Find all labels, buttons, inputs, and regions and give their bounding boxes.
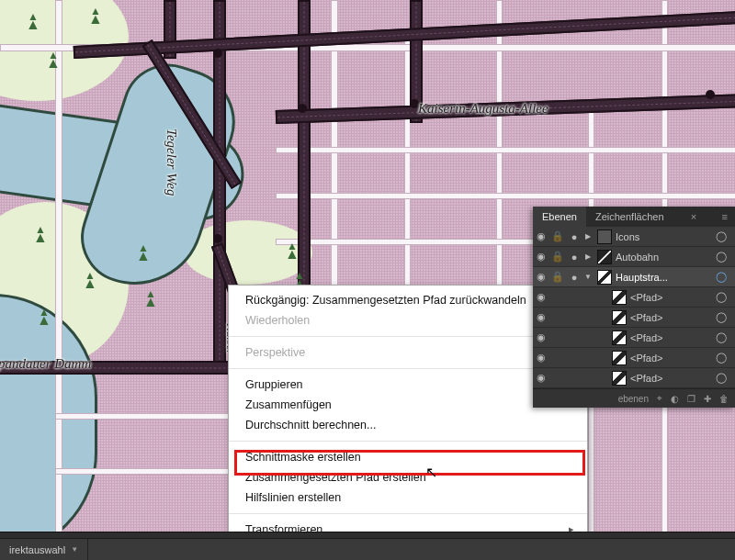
lock-icon[interactable]: 🔒 <box>549 271 566 283</box>
target-icon[interactable]: ◯ <box>713 372 729 384</box>
anchor-point[interactable] <box>213 49 222 58</box>
make-clipping-mask-icon[interactable]: ◐ <box>671 394 679 404</box>
tree-icon <box>37 312 50 329</box>
layer-name[interactable]: Icons <box>616 231 713 242</box>
lock-icon[interactable]: 🔒 <box>549 230 566 242</box>
layer-name[interactable]: <Pfad> <box>630 312 713 323</box>
layer-row[interactable]: ◉🔒●▶Autobahn◯ <box>533 247 735 267</box>
disclosure-icon[interactable]: ● <box>566 231 582 242</box>
layer-row[interactable]: ◉🔒●▼Hauptstra...◯ <box>533 267 735 287</box>
tab-artboards[interactable]: Zeichenflächen <box>586 207 673 227</box>
visibility-icon[interactable]: ◉ <box>533 352 549 364</box>
layer-name[interactable]: <Pfad> <box>630 292 713 303</box>
new-sublayer-icon[interactable]: ❐ <box>687 394 695 404</box>
visibility-icon[interactable]: ◉ <box>533 271 549 283</box>
menu-guides[interactable]: Hilfslinien erstellen <box>229 487 587 508</box>
layer-row[interactable]: ◉●<Pfad>◯ <box>533 348 735 368</box>
anchor-point[interactable] <box>213 234 222 243</box>
visibility-icon[interactable]: ◉ <box>533 331 549 343</box>
panel-menu-icon[interactable]: ≡ <box>715 207 735 227</box>
status-tool[interactable]: irektauswahl ▼ <box>0 539 88 560</box>
visibility-icon[interactable]: ◉ <box>533 291 549 303</box>
menu-average[interactable]: Durchschnitt berechnen... <box>229 415 587 435</box>
tree-icon <box>143 294 156 310</box>
layer-thumbnail <box>612 330 627 345</box>
tree-icon <box>83 275 96 292</box>
minor-road <box>276 193 735 199</box>
layer-name[interactable]: <Pfad> <box>630 373 713 384</box>
target-icon[interactable]: ◯ <box>713 331 729 343</box>
layer-row[interactable]: ◉●<Pfad>◯ <box>533 368 735 388</box>
twirl-icon[interactable]: ▶ <box>582 232 594 241</box>
anchor-point[interactable] <box>706 90 715 99</box>
tree-icon <box>33 230 46 246</box>
layer-thumbnail <box>597 270 612 285</box>
layer-thumbnail <box>612 351 627 365</box>
menu-clipping-mask[interactable]: Schnittmaske erstellen <box>229 447 587 467</box>
layer-row[interactable]: ◉🔒●▶Icons◯ <box>533 227 735 247</box>
layer-row[interactable]: ◉●<Pfad>◯ <box>533 308 735 328</box>
twirl-icon[interactable]: ▶ <box>582 252 594 261</box>
layer-row[interactable]: ◉●<Pfad>◯ <box>533 287 735 308</box>
visibility-icon[interactable]: ◉ <box>533 372 549 384</box>
tab-layers[interactable]: Ebenen <box>533 207 586 227</box>
status-bar: irektauswahl ▼ <box>0 538 735 560</box>
layer-list: ◉🔒●▶Icons◯◉🔒●▶Autobahn◯◉🔒●▼Hauptstra...◯… <box>533 227 735 388</box>
disclosure-icon[interactable]: ● <box>566 252 582 263</box>
anchor-point[interactable] <box>298 104 307 113</box>
tree-icon <box>285 246 298 263</box>
twirl-icon[interactable]: ▼ <box>582 273 594 281</box>
target-icon[interactable]: ◯ <box>713 230 729 242</box>
layer-name[interactable]: Hauptstra... <box>616 272 713 283</box>
layers-footer: ebenen ⌖ ◐ ❐ ✚ 🗑 <box>533 388 735 408</box>
layer-name[interactable]: <Pfad> <box>630 332 713 343</box>
target-icon[interactable]: ◯ <box>713 291 729 303</box>
footer-label: ebenen <box>618 394 649 404</box>
layer-thumbnail <box>612 290 627 305</box>
locate-object-icon[interactable]: ⌖ <box>657 393 662 404</box>
disclosure-icon[interactable]: ● <box>566 272 582 283</box>
visibility-icon[interactable]: ◉ <box>533 311 549 323</box>
lock-icon[interactable]: 🔒 <box>549 251 566 263</box>
status-tool-label: irektauswahl <box>9 544 65 555</box>
target-icon[interactable]: ◯ <box>713 271 729 283</box>
new-layer-icon[interactable]: ✚ <box>704 394 711 404</box>
panel-close-icon[interactable]: × <box>684 207 704 227</box>
layer-thumbnail <box>597 230 612 244</box>
tree-icon <box>46 55 59 72</box>
target-icon[interactable]: ◯ <box>713 251 729 263</box>
anchor-point[interactable] <box>410 99 419 108</box>
visibility-icon[interactable]: ◉ <box>533 251 549 263</box>
layer-row[interactable]: ◉●<Pfad>◯ <box>533 328 735 348</box>
target-icon[interactable]: ◯ <box>713 311 729 323</box>
layer-thumbnail <box>597 250 612 264</box>
delete-layer-icon[interactable]: 🗑 <box>719 394 729 404</box>
panel-tabs: Ebenen Zeichenflächen × ≡ <box>533 207 735 227</box>
layer-name[interactable]: <Pfad> <box>630 353 713 364</box>
chevron-down-icon: ▼ <box>71 545 78 554</box>
menu-compound-path[interactable]: Zusammengesetzten Pfad erstellen <box>229 467 587 487</box>
minor-road <box>276 147 735 153</box>
layer-thumbnail <box>612 310 627 325</box>
tree-icon <box>26 17 39 33</box>
minor-road <box>55 0 62 532</box>
layer-thumbnail <box>612 371 627 386</box>
tree-icon <box>88 11 101 28</box>
tree-icon <box>136 248 149 264</box>
layer-name[interactable]: Autobahn <box>616 252 713 263</box>
target-icon[interactable]: ◯ <box>713 352 729 364</box>
visibility-icon[interactable]: ◉ <box>533 230 549 242</box>
layers-panel[interactable]: Ebenen Zeichenflächen × ≡ ◉🔒●▶Icons◯◉🔒●▶… <box>533 207 735 408</box>
